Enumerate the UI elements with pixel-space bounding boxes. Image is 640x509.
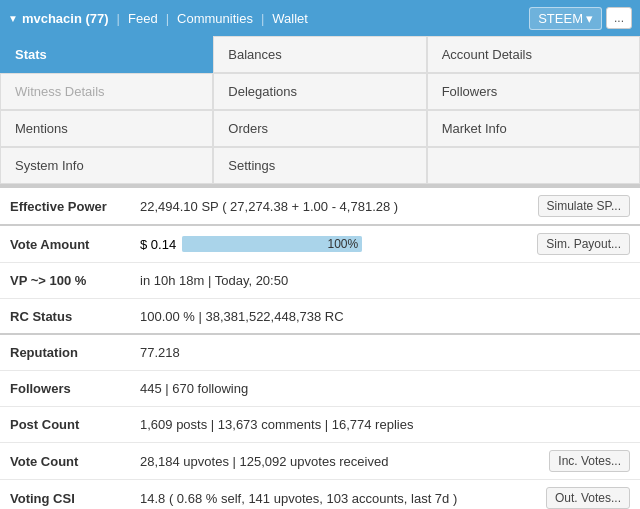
menu-item-followers[interactable]: Followers — [427, 73, 640, 110]
effective-power-label: Effective Power — [10, 199, 140, 214]
topbar-right: STEEM ▾ ... — [529, 7, 632, 30]
menu-label-settings: Settings — [228, 158, 275, 173]
followers-row: Followers 445 | 670 following — [0, 371, 640, 407]
vp-row: VP ~> 100 % in 10h 18m | Today, 20:50 — [0, 263, 640, 299]
steem-chevron-icon: ▾ — [586, 11, 593, 26]
rc-status-value: 100.00 % | 38,381,522,448,738 RC — [140, 309, 630, 324]
nav-feed[interactable]: Feed — [128, 11, 158, 26]
rc-status-row: RC Status 100.00 % | 38,381,522,448,738 … — [0, 299, 640, 335]
sep1: | — [117, 11, 120, 26]
voting-csi-value: 14.8 ( 0.68 % self, 141 upvotes, 103 acc… — [140, 491, 540, 506]
vp-value: in 10h 18m | Today, 20:50 — [140, 273, 630, 288]
menu-item-balances[interactable]: Balances — [213, 36, 426, 73]
reputation-row: Reputation 77.218 — [0, 335, 640, 371]
followers-label: Followers — [10, 381, 140, 396]
nav-communities[interactable]: Communities — [177, 11, 253, 26]
vote-amount-prefix: $ 0.14 — [140, 237, 176, 252]
stats-table: Effective Power 22,494.10 SP ( 27,274.38… — [0, 186, 640, 509]
menu-label-delegations: Delegations — [228, 84, 297, 99]
inc-votes-button[interactable]: Inc. Votes... — [549, 450, 630, 472]
topbar-left: ▼ mvchacin (77) | Feed | Communities | W… — [8, 11, 525, 26]
post-count-row: Post Count 1,609 posts | 13,673 comments… — [0, 407, 640, 443]
menu-label-market-info: Market Info — [442, 121, 507, 136]
nav-wallet[interactable]: Wallet — [272, 11, 308, 26]
topbar-username[interactable]: mvchacin (77) — [22, 11, 109, 26]
menu-label-system-info: System Info — [15, 158, 84, 173]
chevron-icon: ▼ — [8, 13, 18, 24]
menu-item-delegations[interactable]: Delegations — [213, 73, 426, 110]
menu-label-account-details: Account Details — [442, 47, 532, 62]
rc-status-label: RC Status — [10, 309, 140, 324]
reputation-value: 77.218 — [140, 345, 630, 360]
vote-bar-bg: 100% — [182, 236, 362, 252]
vote-amount-label: Vote Amount — [10, 237, 140, 252]
menu-item-empty — [427, 147, 640, 184]
voting-csi-label: Voting CSI — [10, 491, 140, 506]
vote-amount-row: Vote Amount $ 0.14 100% Sim. Payout... — [0, 226, 640, 263]
menu-item-witness-details: Witness Details — [0, 73, 213, 110]
steem-label: STEEM — [538, 11, 583, 26]
menu-item-settings[interactable]: Settings — [213, 147, 426, 184]
vote-count-row: Vote Count 28,184 upvotes | 125,092 upvo… — [0, 443, 640, 480]
vote-count-value: 28,184 upvotes | 125,092 upvotes receive… — [140, 454, 543, 469]
steem-button[interactable]: STEEM ▾ — [529, 7, 602, 30]
voting-csi-row: Voting CSI 14.8 ( 0.68 % self, 141 upvot… — [0, 480, 640, 509]
post-count-label: Post Count — [10, 417, 140, 432]
more-button[interactable]: ... — [606, 7, 632, 29]
menu-label-balances: Balances — [228, 47, 281, 62]
menu-grid: Stats Balances Account Details Witness D… — [0, 36, 640, 186]
menu-item-stats[interactable]: Stats — [0, 36, 213, 73]
simulate-sp-button[interactable]: Simulate SP... — [538, 195, 630, 217]
post-count-value: 1,609 posts | 13,673 comments | 16,774 r… — [140, 417, 630, 432]
vp-label: VP ~> 100 % — [10, 273, 140, 288]
menu-item-account-details[interactable]: Account Details — [427, 36, 640, 73]
sep3: | — [261, 11, 264, 26]
menu-item-mentions[interactable]: Mentions — [0, 110, 213, 147]
sim-payout-button[interactable]: Sim. Payout... — [537, 233, 630, 255]
effective-power-row: Effective Power 22,494.10 SP ( 27,274.38… — [0, 188, 640, 226]
menu-item-market-info[interactable]: Market Info — [427, 110, 640, 147]
effective-power-value: 22,494.10 SP ( 27,274.38 + 1.00 - 4,781.… — [140, 199, 532, 214]
followers-value: 445 | 670 following — [140, 381, 630, 396]
menu-label-stats: Stats — [15, 47, 47, 62]
sep2: | — [166, 11, 169, 26]
menu-label-mentions: Mentions — [15, 121, 68, 136]
menu-label-witness-details: Witness Details — [15, 84, 105, 99]
topbar: ▼ mvchacin (77) | Feed | Communities | W… — [0, 0, 640, 36]
vote-percentage: 100% — [182, 237, 362, 251]
out-votes-button[interactable]: Out. Votes... — [546, 487, 630, 509]
vote-amount-container: $ 0.14 100% — [140, 236, 531, 252]
menu-label-followers: Followers — [442, 84, 498, 99]
menu-label-orders: Orders — [228, 121, 268, 136]
menu-item-orders[interactable]: Orders — [213, 110, 426, 147]
vote-count-label: Vote Count — [10, 454, 140, 469]
menu-item-system-info[interactable]: System Info — [0, 147, 213, 184]
reputation-label: Reputation — [10, 345, 140, 360]
